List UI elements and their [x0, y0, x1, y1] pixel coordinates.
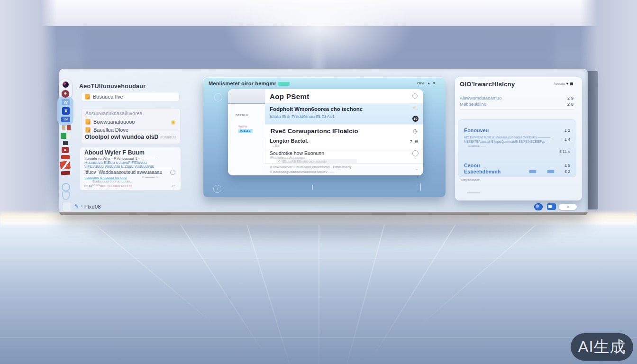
invoice-row-2[interactable]: Ceoou £ 5: [464, 163, 570, 168]
search-icon[interactable]: [412, 93, 418, 99]
dock-icon-purple-app[interactable]: [63, 82, 69, 88]
item-meta: 7 ⊕: [410, 138, 419, 145]
invoice-label: Eonouveu: [464, 127, 489, 133]
heart-icon[interactable]: ♥: [566, 82, 569, 86]
scroll-tick: [420, 183, 421, 191]
attachment-chip[interactable]: [547, 170, 555, 173]
scroll-tick: [312, 185, 313, 190]
invoice-value: £ 2: [564, 169, 570, 174]
stat-label: Meboeuklllnu: [460, 101, 486, 107]
result-row-highlighted[interactable]: Fodphoit Wmon6oorea cho techonc Idtota E…: [265, 103, 423, 124]
about-sub-link-right: u ——— u ·: [142, 175, 160, 179]
search-result-card: beerk.u wuvw WAAL Aop PSemt Fodphoit Wmo…: [228, 89, 423, 175]
arrow-up-icon[interactable]: ▲: [427, 82, 430, 85]
item-count: 7: [410, 139, 412, 144]
drag-handle[interactable]: [467, 192, 480, 193]
card-footer: ITuawouwevau uauduvonQdaaddomd · Bmwutoa…: [265, 163, 423, 175]
chat-inner-square: [548, 205, 552, 208]
check-row[interactable]: ✓ EEuuuAE EEuuuu uuu uuuuuuu: [276, 159, 357, 163]
invoice-row-3[interactable]: Esbeebdbmmh £ 2: [464, 169, 570, 174]
dock-icon-red-app[interactable]: [62, 147, 69, 153]
invoice-row-1[interactable]: Eonouveu £ 2: [464, 127, 570, 133]
dock-icon-dark-red-app[interactable]: [61, 171, 71, 175]
globe-icon[interactable]: [534, 203, 543, 210]
hourglass-icon: ⧗: [64, 108, 67, 114]
invoice-para-value: £ 4: [564, 137, 570, 142]
about-footer-label: uFlu: [84, 184, 92, 188]
dock-icon-red-swirl-app[interactable]: [61, 90, 70, 98]
dock-icon-beige-app[interactable]: [62, 125, 65, 130]
center-titlebar-controls[interactable]: Orvu ▲ ▼: [417, 81, 436, 85]
item-title: Longtor Bactol.: [270, 138, 308, 144]
sidebar-tag-highlight[interactable]: WAAL: [238, 129, 253, 133]
summary-label: Otoolpol owl wundoa olsD: [85, 134, 158, 140]
about-footer-text: E uuu uuuuuu uuuuu: [97, 184, 132, 188]
dock-icon-dark-app[interactable]: [63, 141, 68, 145]
teal-highlight: [278, 82, 290, 86]
check-icon: ✓: [278, 159, 281, 163]
card-title: Aop PSemt: [270, 92, 309, 100]
dock-icon-word-app[interactable]: W: [62, 99, 70, 105]
left-panel-title: AeoTUlfuouvehoudaur: [79, 83, 183, 90]
status-dot-badge: [171, 120, 175, 125]
info-circle-icon[interactable]: i: [213, 185, 221, 193]
dock-glyph-w: W: [64, 100, 68, 105]
toggle-pill[interactable]: [559, 204, 577, 210]
dock-icon-green-app[interactable]: [61, 133, 71, 139]
invoice-label: Esbeebdbmmh: [464, 169, 500, 174]
section-row[interactable]: Rveč Corwupartonc IFloalcio ◷: [265, 124, 423, 137]
floor-tile-hline: [0, 337, 637, 338]
summary-value: auaaauu: [160, 135, 176, 139]
stat-row: Alawwomdutaoamuo 2 9: [460, 95, 573, 100]
arrow-down-icon[interactable]: ▼: [432, 82, 436, 85]
thumbnail[interactable]: [228, 89, 265, 104]
chat-icon[interactable]: [547, 203, 556, 210]
target-circle-icon: [170, 170, 175, 175]
statusbar-app-icon[interactable]: [63, 202, 72, 211]
invoice-label: Ceoou: [464, 163, 480, 168]
stat-label: Alawwomdutaoamuo: [460, 95, 501, 100]
invoice-panel-controls[interactable]: Aovudu ♥: [554, 82, 573, 86]
invoice-card: Eonouveu £ 2 HIY EuhNEnd hulyEur) duuuuu…: [458, 119, 576, 177]
left-list-top-item[interactable]: Bosuuea Ilve: [81, 92, 180, 101]
titlebar-right-label: Orvu: [417, 81, 425, 85]
result-link[interactable]: Idtota Enh Fredd9rnuu ELCl Ao1: [270, 114, 335, 119]
sidebar-caption: beerk.u: [236, 113, 248, 117]
dock-icon-red-bar-app[interactable]: [61, 155, 70, 159]
dock-icon-blue-ring-app[interactable]: [62, 183, 70, 191]
clock-icon[interactable]: ◷: [413, 128, 418, 134]
dock-glyph-100: 100: [63, 118, 68, 121]
card-header: Aop PSemt: [265, 89, 423, 104]
divider: [460, 109, 573, 109]
attachment-chip[interactable]: [529, 170, 537, 173]
section-item-1[interactable]: Bowwuanatouooo: [85, 119, 135, 125]
sidebar-tag-pink[interactable]: wuvw: [238, 124, 247, 128]
dock-icon-shield-app[interactable]: [62, 191, 70, 200]
check-text: EEuuuAE EEuuuu uuu uuuuuuu: [282, 160, 327, 163]
pencil-icon[interactable]: ✎: [74, 203, 79, 209]
item-row[interactable]: Longtor Bactol. – Ed 7 ⊕: [265, 136, 423, 149]
divider: [84, 168, 174, 168]
scene: W ⧗ 100 AeoTUlfuouvehoudaur Bosuuea Ilve…: [0, 0, 637, 364]
dock-icon-hourglass-app[interactable]: ⧗: [62, 107, 70, 115]
invoice-panel-title: OlO'lrwarcHlslcny: [460, 81, 515, 88]
section-header: Aosuuwadukdasailuvorea: [85, 111, 143, 116]
section-summary-row[interactable]: Otoolpol owl wundoa olsD auaaauu: [81, 131, 180, 142]
faint-circle-icon[interactable]: [214, 93, 222, 101]
dock-icon-100-app[interactable]: 100: [61, 117, 70, 122]
about-footer-row: uFlu E uuu uuuuuu uuuuu ↩: [84, 184, 175, 188]
document-icon: [85, 119, 91, 125]
about-row[interactable]: Itfuov Waddaaasouteud awwuaaaau: [84, 170, 175, 175]
pin-icon[interactable]: ⌄: [415, 166, 419, 171]
invoice-paragraph: HIY EuhNEnd hulyEur) duuuuuupub uuqul Or…: [464, 135, 559, 144]
dock-icon-small-red-app[interactable]: [67, 125, 71, 130]
invoice-value: £ 2: [564, 128, 570, 133]
dock-icon-ribbon-app[interactable]: [60, 161, 71, 170]
square-icon[interactable]: [570, 82, 573, 85]
card-main: Aop PSemt Fodphoit Wmon6oorea cho techon…: [265, 89, 423, 175]
detail-row[interactable]: Soudrotke how Euonunn IFruuwAeuuuAuuuuoo…: [265, 149, 423, 164]
target-icon[interactable]: ⊕: [414, 138, 419, 145]
panel-bottom-edge: [59, 212, 588, 215]
cloud-icon: ⛅: [413, 105, 419, 110]
floor-tile-hline: [0, 298, 637, 298]
